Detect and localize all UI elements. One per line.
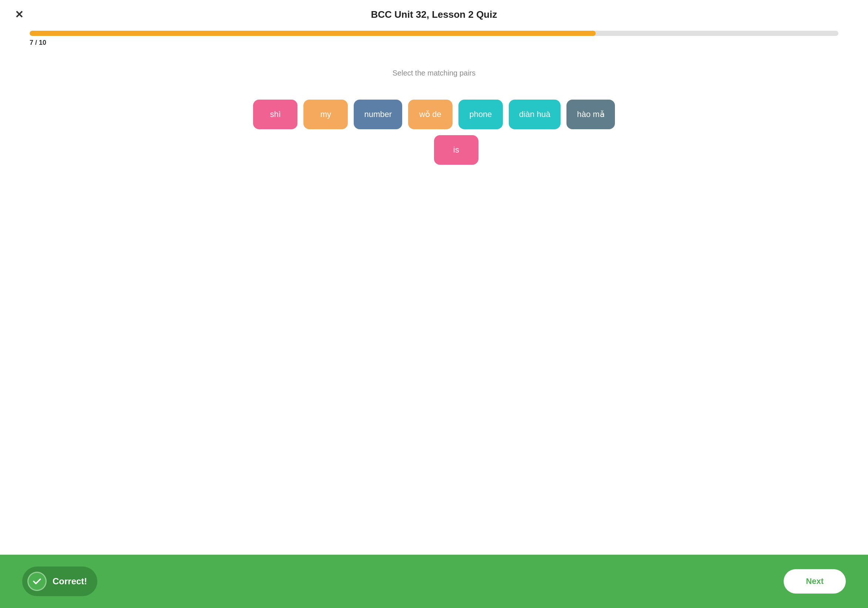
next-button[interactable]: Next (784, 569, 846, 594)
tile-my[interactable]: my (304, 100, 348, 129)
correct-badge: Correct! (22, 566, 97, 596)
check-circle-icon (27, 572, 46, 591)
tile-haoma[interactable]: hào mǎ (566, 100, 615, 129)
close-button[interactable]: ✕ (15, 9, 23, 20)
progress-bar-background (29, 31, 839, 36)
tile-wode[interactable]: wǒ de (408, 100, 453, 129)
main-content: Select the matching pairs shìmynumberwǒ … (0, 47, 868, 555)
tiles-row-1: shìmynumberwǒ dephonediàn huàhào mǎ (253, 100, 615, 129)
tile-dianhua[interactable]: diàn huà (509, 100, 561, 129)
correct-label: Correct! (53, 576, 87, 586)
tile-phone[interactable]: phone (459, 100, 503, 129)
progress-label: 7 / 10 (29, 39, 839, 47)
word-tiles-container: shìmynumberwǒ dephonediàn huàhào mǎis (231, 100, 637, 165)
footer: Correct! Next (0, 555, 868, 608)
tiles-row-2: is (231, 135, 637, 165)
progress-bar-fill (29, 31, 596, 36)
tile-shi[interactable]: shì (253, 100, 298, 129)
header: ✕ BCC Unit 32, Lesson 2 Quiz (0, 0, 868, 26)
tile-number[interactable]: number (354, 100, 402, 129)
quiz-title: BCC Unit 32, Lesson 2 Quiz (371, 9, 497, 20)
instruction-text: Select the matching pairs (392, 69, 476, 78)
tile-is[interactable]: is (434, 135, 478, 165)
progress-section: 7 / 10 (0, 26, 868, 47)
